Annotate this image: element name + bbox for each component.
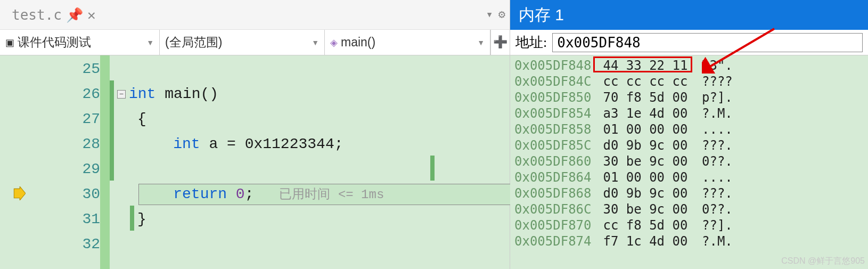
watermark: CSDN @鲜于言悠905 [781, 256, 865, 267]
memory-row[interactable]: 0x005DF868 d0 9b 9c 00 ???. [514, 185, 864, 201]
memory-row[interactable]: 0x005DF874 f7 1c 4d 00 ?.M. [514, 233, 864, 249]
memory-row-bytes: cc f8 5d 00 [595, 217, 702, 233]
memory-row[interactable]: 0x005DF86C 30 be 9c 00 0??. [514, 201, 864, 217]
memory-row-address: 0x005DF860 [514, 153, 595, 169]
code-line: −int main() [117, 81, 510, 107]
tabs-overflow-caret[interactable]: ▾ [486, 7, 493, 22]
function-dropdown[interactable]: ◈ main() ▼ [325, 30, 490, 55]
line-number: 32 [0, 232, 100, 257]
line-number-gutter: 25 26 27 28 29 30 31 32 [0, 55, 110, 269]
code-line [117, 157, 510, 182]
memory-row-bytes: cc cc cc cc [595, 74, 702, 89]
close-icon[interactable]: ✕ [87, 7, 96, 23]
memory-row-bytes: 01 00 00 00 [595, 169, 702, 185]
memory-row-ascii: ???? [702, 74, 733, 89]
function-icon: ◈ [330, 37, 338, 48]
code-line: return 0; 已用时间 <= 1ms [117, 182, 510, 207]
memory-row[interactable]: 0x005DF860 30 be 9c 00 0??. [514, 153, 864, 169]
code-line: } [117, 207, 510, 232]
memory-row[interactable]: 0x005DF870 cc f8 5d 00 ??]. [514, 217, 864, 233]
memory-row-address: 0x005DF84C [514, 74, 595, 89]
code-line: int a = 0x11223344; [117, 132, 510, 157]
line-number: 29 [0, 157, 100, 182]
svg-line-0 [707, 29, 774, 68]
file-tab-label: test.c [12, 7, 62, 23]
project-icon: ▣ [5, 37, 14, 48]
memory-row-ascii: ???. [702, 185, 733, 201]
memory-row-address: 0x005DF85C [514, 137, 595, 153]
fold-toggle-icon[interactable]: − [117, 90, 126, 99]
editor-pane: test.c 📌 ✕ ▾ ⚙ ▣ 课件代码测试 ▼ (全局范围) ▼ [0, 0, 510, 269]
code-editor[interactable]: 25 26 27 28 29 30 31 32 −int main() { in… [0, 55, 510, 269]
scope-dropdown[interactable]: (全局范围) ▼ [160, 30, 325, 55]
memory-pane: 内存 1 地址: 0x005DF848 44 33 22 11 D3".0x00… [510, 0, 868, 269]
memory-row-address: 0x005DF870 [514, 217, 595, 233]
project-dropdown-label: 课件代码测试 [18, 34, 91, 51]
memory-row-address: 0x005DF868 [514, 185, 595, 201]
memory-row[interactable]: 0x005DF858 01 00 00 00 .... [514, 121, 864, 137]
memory-row[interactable]: 0x005DF85C d0 9b 9c 00 ???. [514, 137, 864, 153]
pin-icon[interactable]: 📌 [66, 7, 83, 23]
code-text-area[interactable]: −int main() { int a = 0x11223344; return… [110, 55, 510, 269]
function-dropdown-label: main() [341, 35, 375, 50]
code-line [117, 232, 510, 257]
memory-row[interactable]: 0x005DF854 a3 1e 4d 00 ?.M. [514, 105, 864, 121]
annotation-highlight-box [593, 56, 692, 72]
memory-row-bytes: d0 9b 9c 00 [595, 137, 702, 153]
navigation-bar: ▣ 课件代码测试 ▼ (全局范围) ▼ ◈ main() ▼ ➕ [0, 30, 510, 55]
perf-hint: 已用时间 <= 1ms [272, 188, 384, 202]
memory-row-address: 0x005DF854 [514, 105, 595, 121]
line-number: 26 [0, 81, 100, 107]
change-bar [110, 80, 114, 181]
memory-row[interactable]: 0x005DF84C cc cc cc cc ???? [514, 74, 864, 89]
memory-row-ascii: ???. [702, 137, 733, 153]
line-number: 31 [0, 207, 100, 232]
memory-row-ascii: .... [702, 121, 733, 137]
execution-pointer-icon [12, 186, 26, 200]
chevron-down-icon: ▼ [477, 38, 485, 47]
memory-address-label: 地址: [515, 33, 547, 52]
line-number: 28 [0, 132, 100, 157]
memory-row[interactable]: 0x005DF864 01 00 00 00 .... [514, 169, 864, 185]
memory-panel-title: 内存 1 [510, 0, 868, 30]
memory-row-bytes: f7 1c 4d 00 [595, 233, 702, 249]
memory-row-ascii: ?.M. [702, 233, 733, 249]
memory-row-address: 0x005DF864 [514, 169, 595, 185]
line-number: 25 [0, 56, 100, 81]
file-tab[interactable]: test.c 📌 ✕ [6, 5, 101, 25]
code-line: { [117, 107, 510, 132]
memory-row-bytes: 30 be 9c 00 [595, 153, 702, 169]
memory-row-bytes: d0 9b 9c 00 [595, 185, 702, 201]
code-line [117, 56, 510, 81]
memory-row-address: 0x005DF874 [514, 233, 595, 249]
memory-row-bytes: 01 00 00 00 [595, 121, 702, 137]
memory-row-address: 0x005DF858 [514, 121, 595, 137]
memory-row-bytes: 70 f8 5d 00 [595, 89, 702, 105]
memory-row-bytes: a3 1e 4d 00 [595, 105, 702, 121]
chevron-down-icon: ▼ [312, 38, 319, 47]
memory-address-bar: 地址: [510, 30, 868, 55]
gear-icon[interactable]: ⚙ [498, 7, 505, 22]
scope-dropdown-label: (全局范围) [165, 34, 222, 51]
memory-row[interactable]: 0x005DF850 70 f8 5d 00 p?]. [514, 89, 864, 105]
memory-hex-view[interactable]: 0x005DF848 44 33 22 11 D3".0x005DF84C cc… [510, 55, 868, 269]
memory-row-ascii: 0??. [702, 153, 733, 169]
memory-row-ascii: 0??. [702, 201, 733, 217]
line-number: 27 [0, 107, 100, 132]
memory-row-address: 0x005DF86C [514, 201, 595, 217]
tab-bar: test.c 📌 ✕ ▾ ⚙ [0, 0, 510, 30]
memory-row-ascii: .... [702, 169, 733, 185]
annotation-arrow-icon [702, 27, 776, 74]
memory-row-address: 0x005DF848 [514, 58, 595, 74]
memory-row-bytes: 30 be 9c 00 [595, 201, 702, 217]
memory-row-ascii: ?.M. [702, 105, 733, 121]
memory-row-ascii: ??]. [702, 217, 733, 233]
chevron-down-icon: ▼ [146, 38, 154, 47]
memory-row-ascii: p?]. [702, 89, 733, 105]
split-nav-button[interactable]: ➕ [490, 30, 510, 55]
memory-row-address: 0x005DF850 [514, 89, 595, 105]
project-dropdown[interactable]: ▣ 课件代码测试 ▼ [0, 30, 160, 55]
